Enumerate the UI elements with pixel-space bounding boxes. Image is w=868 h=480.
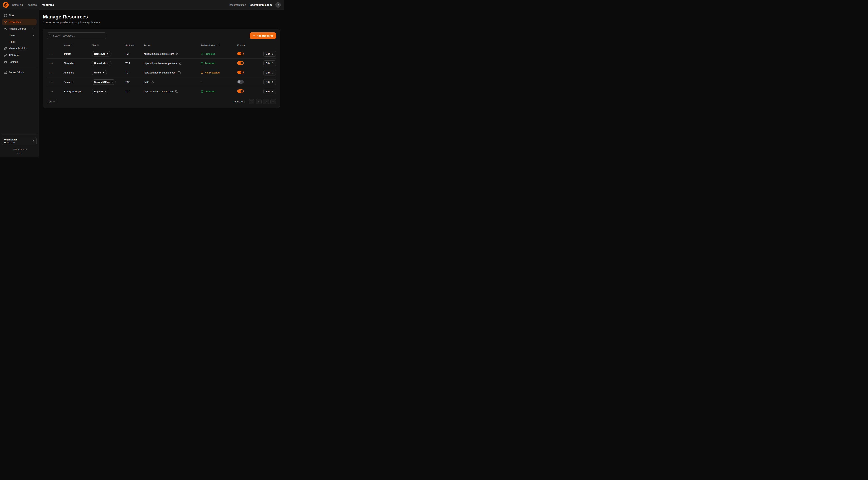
site-link-pill[interactable]: Edge 01 [92,89,109,94]
organization-switcher[interactable]: Organization Home Lab [2,137,36,145]
shield-off-icon [201,71,204,74]
row-menu-button[interactable]: ⋯ [50,52,53,56]
access-value[interactable]: https://bitwarden.example.com [144,62,177,65]
sidebar-item-sites[interactable]: Sites [2,12,36,19]
resources-card: Add Resource Name Site [43,29,280,108]
sidebar-item-roles[interactable]: Roles [2,38,36,45]
sidebar-item-label: Sites [9,14,14,17]
app-logo-icon[interactable] [3,2,9,8]
sidebar-item-label: Shareable Links [9,47,27,50]
sort-icon [217,44,220,47]
sidebar-item-users[interactable]: Users [2,32,36,38]
first-page-button[interactable] [249,99,254,104]
arrow-right-icon [271,81,274,83]
table-row: ⋯ Postgres Second Office TCP 5432 - [47,77,276,87]
organization-value: Home Lab [4,141,31,144]
sidebar-item-shareable-links[interactable]: Shareable Links [2,45,36,52]
sidebar-item-label: Server Admin [9,71,24,74]
column-header-name[interactable]: Name [63,44,92,47]
access-value[interactable]: https://immich.example.com [144,53,174,55]
enabled-toggle[interactable] [237,89,244,93]
enabled-toggle[interactable] [237,70,244,74]
breadcrumb-separator-icon [38,4,40,6]
access-value[interactable]: https://authentik.example.com [144,71,176,74]
column-header-enabled: Enabled [237,44,262,47]
row-menu-button[interactable]: ⋯ [50,90,53,93]
enabled-toggle[interactable] [237,80,244,84]
edit-button[interactable]: Edit [264,60,276,66]
edit-button[interactable]: Edit [264,70,276,76]
site-link-pill[interactable]: Home Lab [92,61,112,66]
auth-label: Protected [205,90,215,93]
search-input[interactable] [47,32,106,39]
breadcrumb-separator-icon [24,4,26,6]
main-content: Manage Resources Create secure proxies t… [39,10,284,157]
arrow-right-icon [271,53,274,55]
page-size-select[interactable]: 20 [47,99,57,104]
copy-icon[interactable] [179,62,181,65]
sidebar-item-settings[interactable]: Settings [2,58,36,65]
resource-name: Authentik [63,71,92,74]
resource-name: Postgres [63,81,92,84]
sidebar-item-api-keys[interactable]: API Keys [2,52,36,58]
page-info: Page 1 of 1 [233,100,245,103]
row-menu-button[interactable]: ⋯ [50,71,53,74]
user-email[interactable]: joe@example.com [250,3,272,6]
copy-icon[interactable] [175,90,178,93]
search-icon [49,34,52,37]
breadcrumb-settings[interactable]: settings [28,3,36,6]
copy-icon[interactable] [176,53,178,55]
protocol-value: TCP [125,62,144,65]
sort-icon [97,44,99,47]
access-value[interactable]: https://battery.example.com [144,90,174,93]
auth-status: Protected [201,53,237,55]
row-menu-button[interactable]: ⋯ [50,62,53,65]
edit-button[interactable]: Edit [264,79,276,85]
sidebar: Sites Resources Access Control Users Rol [0,10,39,157]
row-menu-button[interactable]: ⋯ [50,81,53,84]
chevron-down-icon [53,101,55,103]
table-header-row: Name Site Protocol [47,41,276,49]
access-value[interactable]: 5432 [144,81,149,84]
auth-status: Not Protected [201,71,237,74]
protocol-value: TCP [125,53,144,55]
open-source-link[interactable]: Open Source [12,148,27,150]
sort-icon [71,44,74,47]
auth-label: Not Protected [205,71,220,74]
column-header-site[interactable]: Site [92,44,125,47]
breadcrumb-home-lab[interactable]: home-lab [12,3,23,6]
chevron-down-icon [32,27,35,30]
edit-button[interactable]: Edit [264,51,276,57]
edit-label: Edit [266,81,270,84]
sidebar-item-server-admin[interactable]: Server Admin [2,69,36,76]
card-footer: 20 Page 1 of 1 [47,99,276,104]
site-link-pill[interactable]: Office [92,70,107,75]
table-row: ⋯ Battery Manager Edge 01 TCP https://ba… [47,87,276,96]
site-pill-label: Home Lab [94,53,105,55]
column-header-authentication[interactable]: Authentication [201,44,237,47]
column-header-access: Access [144,44,201,47]
sidebar-item-access-control[interactable]: Access Control [2,25,36,32]
last-page-button[interactable] [270,99,276,104]
enabled-toggle[interactable] [237,61,244,65]
next-page-button[interactable] [263,99,269,104]
copy-icon[interactable] [178,71,181,74]
shield-check-icon [201,53,204,55]
site-link-pill[interactable]: Home Lab [92,51,112,57]
copy-icon[interactable] [151,81,154,84]
resource-name: Immich [63,53,92,55]
sidebar-item-resources[interactable]: Resources [2,19,36,25]
documentation-link[interactable]: Documentation [229,3,246,6]
site-link-pill[interactable]: Second Office [92,80,116,85]
enabled-toggle[interactable] [237,52,244,55]
breadcrumb-resources[interactable]: resources [42,3,54,6]
chevron-right-icon [32,34,35,37]
add-resource-button[interactable]: Add Resource [250,32,276,39]
edit-button[interactable]: Edit [264,89,276,94]
chevrons-right-icon [272,100,275,103]
avatar[interactable]: J [275,2,281,8]
previous-page-button[interactable] [256,99,262,104]
auth-label: Protected [205,53,215,55]
sidebar-item-label: Roles [9,40,15,43]
organization-label: Organization [4,139,31,141]
